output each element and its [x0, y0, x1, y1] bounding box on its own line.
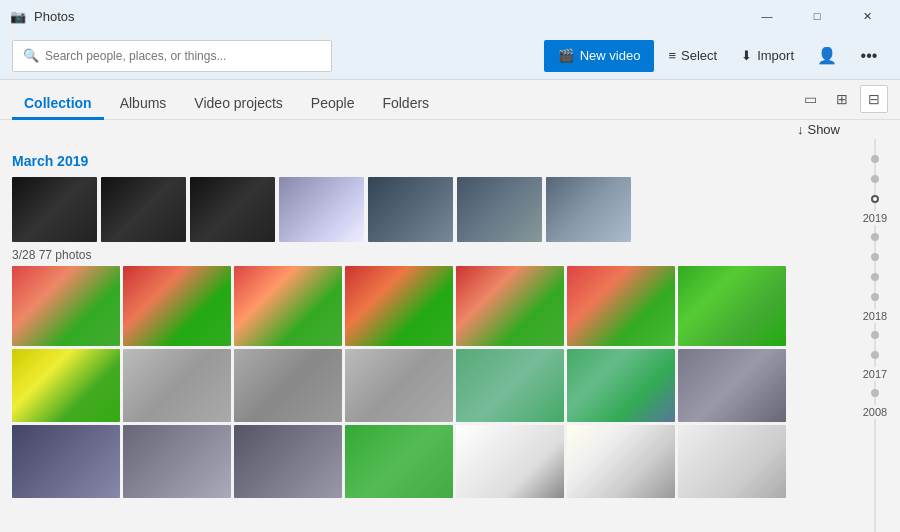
tab-people[interactable]: People	[299, 89, 367, 120]
photo-row-2018	[12, 425, 800, 498]
toolbar-right: 🎬 New video ≡ Select ⬇ Import 👤 •••	[544, 40, 888, 72]
title-bar-left: 📷 Photos	[10, 9, 74, 24]
import-icon: ⬇	[741, 48, 752, 63]
nav-right: ▭ ⊞ ⊟	[796, 85, 888, 119]
timeline-year-2018[interactable]: 2018	[861, 309, 889, 323]
select-label: Select	[681, 48, 717, 63]
photo-thumb[interactable]	[546, 177, 631, 242]
photo-thumb[interactable]	[567, 349, 675, 422]
photo-thumb[interactable]	[234, 425, 342, 498]
maximize-button[interactable]: □	[794, 0, 840, 32]
photo-thumb[interactable]	[123, 425, 231, 498]
view-grid3-button[interactable]: ⊟	[860, 85, 888, 113]
photo-thumb[interactable]	[678, 425, 786, 498]
search-box[interactable]: 🔍	[12, 40, 332, 72]
title-bar-controls: — □ ✕	[744, 0, 890, 32]
show-button[interactable]: ↓ Show	[797, 122, 840, 137]
tab-folders[interactable]: Folders	[370, 89, 441, 120]
tab-albums[interactable]: Albums	[108, 89, 179, 120]
photo-thumb[interactable]	[345, 349, 453, 422]
timeline-dot-active[interactable]	[871, 195, 879, 203]
timeline-dot-9[interactable]	[871, 389, 879, 397]
photo-thumb[interactable]	[457, 177, 542, 242]
photo-thumb[interactable]	[123, 266, 231, 346]
show-arrow-icon: ↓	[797, 122, 804, 137]
photo-thumb[interactable]	[234, 266, 342, 346]
photo-thumb[interactable]	[456, 425, 564, 498]
timeline-dot-8[interactable]	[871, 351, 879, 359]
photo-thumb[interactable]	[678, 349, 786, 422]
section-date: March 2019	[12, 153, 800, 169]
new-video-label: New video	[580, 48, 641, 63]
view-single-button[interactable]: ▭	[796, 85, 824, 113]
tab-video-projects[interactable]: Video projects	[182, 89, 294, 120]
photo-thumb[interactable]	[12, 425, 120, 498]
timeline: 2019 2018 2017 2008	[850, 139, 900, 532]
photo-thumb[interactable]	[12, 177, 97, 242]
import-button[interactable]: ⬇ Import	[731, 40, 804, 72]
photo-thumb[interactable]	[456, 349, 564, 422]
photo-thumb[interactable]	[279, 177, 364, 242]
timeline-dot-top[interactable]	[871, 155, 879, 163]
timeline-year-2017[interactable]: 2017	[861, 367, 889, 381]
row-label: 3/28 77 photos	[12, 248, 800, 262]
photo-thumb[interactable]	[123, 349, 231, 422]
select-button[interactable]: ≡ Select	[658, 40, 727, 72]
new-video-button[interactable]: 🎬 New video	[544, 40, 655, 72]
search-icon: 🔍	[23, 48, 39, 63]
close-button[interactable]: ✕	[844, 0, 890, 32]
timeline-dot-5[interactable]	[871, 273, 879, 281]
photo-thumb[interactable]	[678, 266, 786, 346]
timeline-dot-7[interactable]	[871, 331, 879, 339]
top-row-march	[12, 177, 800, 242]
photo-thumb[interactable]	[456, 266, 564, 346]
photo-thumb[interactable]	[368, 177, 453, 242]
tab-collection[interactable]: Collection	[12, 89, 104, 120]
photo-thumb[interactable]	[234, 349, 342, 422]
nav-left: Collection Albums Video projects People …	[12, 89, 441, 119]
import-label: Import	[757, 48, 794, 63]
app-title: Photos	[34, 9, 74, 24]
timeline-dot-4[interactable]	[871, 253, 879, 261]
timeline-dot-6[interactable]	[871, 293, 879, 301]
photo-thumb[interactable]	[190, 177, 275, 242]
photo-thumb[interactable]	[12, 349, 120, 422]
timeline-dot-3[interactable]	[871, 233, 879, 241]
title-bar: 📷 Photos — □ ✕	[0, 0, 900, 32]
select-icon: ≡	[668, 48, 676, 63]
main-content: March 2019 3/28 77 photos	[0, 139, 900, 532]
show-label: Show	[807, 122, 840, 137]
timeline-year-2008[interactable]: 2008	[861, 405, 889, 419]
view-grid2-button[interactable]: ⊞	[828, 85, 856, 113]
photo-row-mixed	[12, 349, 800, 422]
photo-row-flowers1	[12, 266, 800, 346]
photo-thumb[interactable]	[345, 425, 453, 498]
user-icon-button[interactable]: 👤	[808, 40, 846, 72]
photo-thumb[interactable]	[567, 266, 675, 346]
toolbar: 🔍 🎬 New video ≡ Select ⬇ Import 👤 •••	[0, 32, 900, 80]
photo-thumb[interactable]	[12, 266, 120, 346]
search-input[interactable]	[45, 49, 321, 63]
video-icon: 🎬	[558, 48, 574, 63]
timeline-year-2019[interactable]: 2019	[861, 211, 889, 225]
nav-tabs: Collection Albums Video projects People …	[0, 80, 900, 120]
photo-thumb[interactable]	[345, 266, 453, 346]
photo-thumb[interactable]	[101, 177, 186, 242]
more-button[interactable]: •••	[850, 40, 888, 72]
show-bar: ↓ Show	[0, 120, 900, 139]
timeline-dot-2[interactable]	[871, 175, 879, 183]
photo-thumb[interactable]	[567, 425, 675, 498]
app-icon: 📷	[10, 9, 26, 24]
photo-area: March 2019 3/28 77 photos	[0, 139, 850, 532]
minimize-button[interactable]: —	[744, 0, 790, 32]
